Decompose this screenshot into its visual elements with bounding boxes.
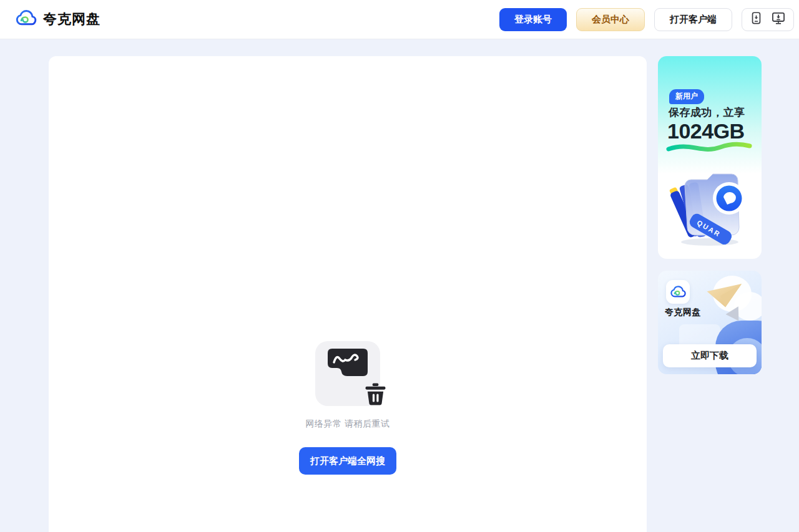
open-client-button[interactable]: 打开客户端 <box>654 8 732 31</box>
open-client-search-button[interactable]: 打开客户端全网搜 <box>299 447 396 475</box>
paper-plane-icon <box>704 279 743 312</box>
phone-download-icon[interactable] <box>751 12 762 27</box>
member-center-button[interactable]: 会员中心 <box>576 8 645 31</box>
error-message: 网络异常 请稍后重试 <box>49 418 647 430</box>
promo-app-card[interactable]: 夸克网盘 立即下载 <box>658 271 762 374</box>
app-icon <box>666 280 690 304</box>
login-button[interactable]: 登录账号 <box>499 8 567 31</box>
brand[interactable]: 夸克网盘 <box>15 8 100 31</box>
download-now-button[interactable]: 立即下载 <box>663 344 757 367</box>
promo-storage-card[interactable]: 新用户 保存成功，立享 1024GB <box>658 56 762 259</box>
header: 夸克网盘 登录账号 会员中心 打开客户端 <box>0 0 799 39</box>
brand-title: 夸克网盘 <box>43 10 100 29</box>
folder-illustration: QUAR <box>664 162 756 252</box>
desktop-download-icon[interactable] <box>772 12 785 27</box>
trash-icon <box>365 383 386 408</box>
green-swoosh-underline <box>665 140 753 157</box>
header-actions: 登录账号 会员中心 打开客户端 <box>499 8 794 31</box>
promo-storage-text: 保存成功，立享 <box>669 105 745 120</box>
deleted-file-icon <box>315 341 380 406</box>
brand-cloud-icon <box>15 8 37 31</box>
content-card: 网络异常 请稍后重试 打开客户端全网搜 <box>49 56 647 532</box>
app-name: 夸克网盘 <box>665 307 701 318</box>
download-apps-group[interactable] <box>742 8 794 31</box>
new-user-badge: 新用户 <box>669 89 704 104</box>
